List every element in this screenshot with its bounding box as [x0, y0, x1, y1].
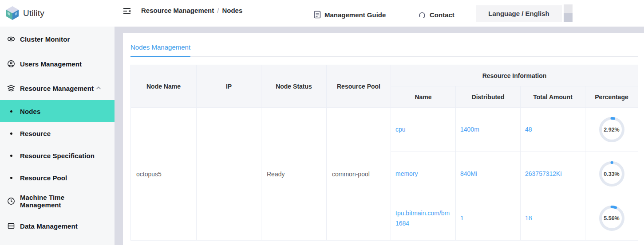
sidebar-item-resource-specification[interactable]: Resource Specification — [0, 144, 115, 167]
brand-name: Utility — [23, 8, 44, 18]
node-ip-cell — [197, 108, 261, 241]
sidebar-item-data-management[interactable]: Data Management — [0, 214, 115, 238]
user-icon — [7, 60, 15, 68]
sidebar-item-label: Resource Pool — [20, 174, 67, 182]
column-header-name: Name — [391, 86, 456, 108]
progress-ring: 5.56% — [599, 206, 624, 231]
sidebar-item-users-management[interactable]: Users Management — [0, 51, 115, 76]
sidebar-item-label: Resource Management — [20, 85, 94, 92]
percentage-label: 0.33% — [599, 161, 624, 187]
resource-distributed-value[interactable]: 1 — [456, 196, 521, 241]
node-status-cell: Ready — [261, 108, 327, 241]
resource-pool-cell: common-pool — [327, 108, 391, 241]
sidebar-item-nodes[interactable]: Nodes — [0, 100, 115, 122]
scrollbar-thumb-bottom — [564, 13, 573, 22]
sidebar-item-label: Cluster Monitor — [20, 35, 70, 43]
progress-ring: 0.33% — [599, 161, 624, 187]
bullet-icon — [7, 110, 15, 113]
app-window: Utility Resource Management/Nodes Manage… — [0, 0, 644, 245]
resource-percentage-cell: 2.92% — [585, 108, 638, 152]
sidebar-item-label: Users Management — [20, 60, 82, 68]
sidebar-item-cluster-monitor[interactable]: Cluster Monitor — [0, 27, 115, 51]
bullet-icon — [7, 155, 15, 157]
sidebar-item-label: Data Management — [20, 222, 78, 230]
sidebar-item-resource-pool[interactable]: Resource Pool — [0, 167, 115, 189]
content-card: Nodes Management Node Name IP Node Statu… — [123, 33, 644, 245]
eye-icon — [7, 35, 15, 43]
management-guide-label: Management Guide — [324, 11, 386, 19]
resource-total-value[interactable]: 48 — [521, 108, 585, 152]
brand-logo[interactable]: Utility — [5, 6, 44, 20]
progress-ring: 2.92% — [599, 117, 624, 142]
sidebar-item-machine-time-management[interactable]: Machine Time Management — [0, 189, 115, 214]
database-icon — [7, 222, 15, 230]
sidebar-item-label: Nodes — [20, 108, 40, 115]
resource-name-link[interactable]: memory — [391, 152, 456, 196]
column-header-distributed: Distributed — [456, 86, 521, 108]
resource-total-value[interactable]: 263757312Ki — [521, 152, 585, 196]
resource-distributed-value[interactable]: 1400m — [456, 108, 521, 152]
column-header-node-name: Node Name — [131, 65, 197, 108]
column-header-resource-pool: Resource Pool — [327, 65, 391, 108]
layers-icon — [7, 84, 15, 92]
body-row: Cluster Monitor Users Management — [0, 27, 644, 245]
tab-bar: Nodes Management — [130, 43, 638, 57]
cube-logo-icon — [5, 6, 20, 20]
table-header: Node Name IP Node Status Resource Pool R… — [131, 65, 638, 108]
sidebar-item-label: Machine Time Management — [20, 194, 107, 209]
column-header-ip: IP — [197, 65, 261, 108]
headset-icon — [418, 11, 426, 19]
percentage-label: 2.92% — [599, 117, 624, 142]
bullet-icon — [7, 177, 15, 179]
resource-percentage-cell: 0.33% — [585, 152, 638, 196]
column-header-total-amount: Total Amount — [521, 86, 585, 108]
table-row: octopus5 Ready common-pool cpu 1400m 48 — [131, 108, 638, 152]
main-area: Nodes Management Node Name IP Node Statu… — [115, 27, 644, 245]
bullet-icon — [7, 132, 15, 135]
document-icon — [314, 11, 321, 19]
clock-icon — [7, 197, 15, 205]
management-guide-link[interactable]: Management Guide — [314, 11, 386, 19]
breadcrumb: Resource Management/Nodes — [141, 7, 242, 14]
sidebar-item-resource[interactable]: Resource — [0, 122, 115, 144]
sidebar-item-label: Resource Specification — [20, 152, 95, 159]
resource-name-link[interactable]: tpu.bitmain.com/bm1684 — [391, 196, 456, 241]
column-header-resource-information: Resource Information — [391, 65, 638, 86]
column-header-node-status: Node Status — [261, 65, 327, 108]
scrollbar-thumb-top — [564, 4, 573, 13]
collapse-sidebar-icon[interactable] — [122, 7, 131, 16]
sidebar: Cluster Monitor Users Management — [0, 27, 115, 245]
resource-total-value[interactable]: 18 — [521, 196, 585, 241]
node-name-cell: octopus5 — [131, 108, 197, 241]
language-button[interactable]: Language / English — [476, 5, 562, 22]
sidebar-item-label: Resource — [20, 130, 51, 137]
tab-nodes-management[interactable]: Nodes Management — [130, 43, 190, 57]
scrollbar-thumb[interactable] — [564, 4, 573, 22]
breadcrumb-item-resource-management[interactable]: Resource Management — [141, 7, 214, 14]
resource-name-link[interactable]: cpu — [391, 108, 456, 152]
resource-percentage-cell: 5.56% — [585, 196, 638, 241]
column-header-percentage: Percentage — [585, 86, 638, 108]
breadcrumb-item-nodes: Nodes — [222, 7, 242, 14]
nodes-table: Node Name IP Node Status Resource Pool R… — [130, 65, 638, 241]
percentage-label: 5.56% — [599, 206, 624, 231]
breadcrumb-separator: / — [217, 7, 219, 14]
sidebar-item-resource-management[interactable]: Resource Management — [0, 76, 115, 100]
chevron-up-icon — [96, 86, 101, 90]
contact-link[interactable]: Contact — [418, 11, 454, 19]
contact-label: Contact — [430, 11, 454, 19]
top-navbar: Utility Resource Management/Nodes Manage… — [0, 0, 644, 27]
resource-distributed-value[interactable]: 840Mi — [456, 152, 521, 196]
